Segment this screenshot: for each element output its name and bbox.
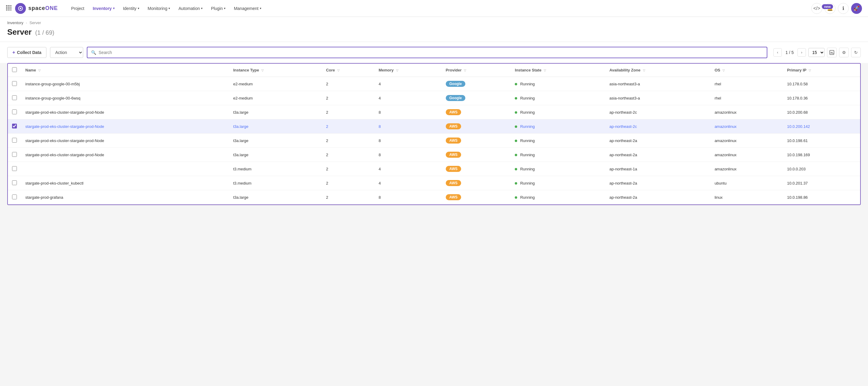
- user-avatar[interactable]: 🚀: [851, 3, 862, 14]
- table-row[interactable]: stargate-prod-grafana t3a.large 2 8 AWS …: [8, 190, 860, 204]
- search-icon: 🔍: [91, 50, 96, 55]
- action-select[interactable]: Action: [50, 47, 83, 58]
- cell-instance-type: t3a.large: [229, 133, 322, 148]
- sort-provider-icon: ▽: [464, 69, 466, 72]
- cell-primary-ip: 10.0.200.68: [783, 105, 860, 119]
- state-indicator: [515, 125, 517, 128]
- row-checkbox[interactable]: [12, 180, 17, 185]
- cell-memory: 8: [374, 148, 441, 162]
- cell-instance-state: Running: [510, 105, 605, 119]
- prev-page-button[interactable]: ‹: [773, 48, 782, 57]
- row-checkbox-cell: [8, 162, 21, 176]
- nav-item-project[interactable]: Project: [67, 4, 88, 13]
- nav-links: ProjectInventory ▾Identity ▾Monitoring ▾…: [67, 4, 811, 13]
- provider-badge: AWS: [446, 109, 461, 115]
- svg-rect-7: [8, 9, 10, 10]
- cell-primary-ip: 10.0.201.37: [783, 176, 860, 190]
- sort-memory-icon: ▽: [396, 69, 398, 72]
- table-row[interactable]: t3.medium 2 4 AWS Running ap-northeast-1…: [8, 162, 860, 176]
- table-row[interactable]: instance-group-google-00-6wsq e2-medium …: [8, 91, 860, 105]
- table-row[interactable]: stargate-prod-eks-cluster_kubectl t3.med…: [8, 176, 860, 190]
- cell-instance-state: Running: [510, 148, 605, 162]
- next-page-button[interactable]: ›: [798, 48, 806, 57]
- cell-core: 2: [322, 119, 374, 133]
- cell-instance-type: t3a.large: [229, 190, 322, 204]
- cell-instance-type: e2-medium: [229, 91, 322, 105]
- export-excel-button[interactable]: XL: [827, 48, 837, 57]
- row-checkbox-cell: [8, 105, 21, 119]
- chevron-management-icon: ▾: [260, 7, 261, 10]
- row-checkbox[interactable]: [12, 152, 17, 157]
- cell-instance-type: t3.medium: [229, 176, 322, 190]
- chevron-plugin-icon: ▾: [224, 7, 225, 10]
- cell-core: 2: [322, 133, 374, 148]
- nav-item-inventory[interactable]: Inventory ▾: [89, 4, 118, 13]
- row-checkbox[interactable]: [12, 124, 17, 128]
- code-icon-btn[interactable]: </>: [811, 3, 822, 14]
- select-all-checkbox[interactable]: [12, 67, 17, 72]
- svg-rect-0: [6, 5, 7, 7]
- cell-instance-state: Running: [510, 119, 605, 133]
- cell-provider: Google: [441, 91, 511, 105]
- refresh-button[interactable]: ↻: [851, 48, 861, 57]
- chevron-identity-icon: ▾: [138, 7, 139, 10]
- table-row[interactable]: stargate-prod-eks-cluster-stargate-prod-…: [8, 133, 860, 148]
- row-checkbox[interactable]: [12, 138, 17, 143]
- row-checkbox[interactable]: [12, 95, 17, 100]
- table-row[interactable]: stargate-prod-eks-cluster-stargate-prod-…: [8, 148, 860, 162]
- chevron-automation-icon: ▾: [201, 7, 203, 10]
- row-checkbox[interactable]: [12, 81, 17, 86]
- cell-name: stargate-prod-eks-cluster-stargate-prod-…: [21, 148, 229, 162]
- state-label: Running: [520, 167, 535, 171]
- new-badge: new: [822, 4, 833, 9]
- cell-primary-ip: 10.0.198.169: [783, 148, 860, 162]
- cell-instance-state: Running: [510, 133, 605, 148]
- cell-primary-ip: 10.0.0.203: [783, 162, 860, 176]
- page-size-select[interactable]: 15 30 50: [808, 48, 825, 57]
- row-checkbox[interactable]: [12, 110, 17, 114]
- cell-az: asia-northeast3-a: [605, 91, 710, 105]
- nav-item-management[interactable]: Management ▾: [230, 4, 265, 13]
- state-label: Running: [520, 124, 535, 129]
- page-count-label: (1 / 69): [35, 29, 54, 36]
- table-row[interactable]: stargate-prod-eks-cluster-stargate-prod-…: [8, 105, 860, 119]
- cell-instance-state: Running: [510, 162, 605, 176]
- cell-provider: Google: [441, 77, 511, 91]
- cell-provider: AWS: [441, 119, 511, 133]
- row-checkbox[interactable]: [12, 166, 17, 171]
- cell-az: ap-northeast-2a: [605, 148, 710, 162]
- state-indicator: [515, 196, 517, 199]
- state-label: Running: [520, 139, 535, 143]
- collect-data-button[interactable]: + Collect Data: [7, 47, 46, 58]
- cell-instance-type: t3a.large: [229, 119, 322, 133]
- row-checkbox[interactable]: [12, 195, 17, 199]
- nav-item-automation[interactable]: Automation ▾: [175, 4, 206, 13]
- cell-os: amazonlinux: [710, 148, 783, 162]
- state-indicator: [515, 140, 517, 142]
- svg-rect-3: [6, 7, 7, 9]
- table-row[interactable]: stargate-prod-eks-cluster-stargate-prod-…: [8, 119, 860, 133]
- provider-badge: AWS: [446, 166, 461, 172]
- info-icon-btn[interactable]: ℹ: [838, 3, 849, 14]
- header-checkbox-cell: [8, 64, 21, 77]
- row-checkbox-cell: [8, 91, 21, 105]
- breadcrumb-parent[interactable]: Inventory: [7, 21, 23, 25]
- cell-memory: 4: [374, 162, 441, 176]
- table-row[interactable]: instance-group-google-00-m5bj e2-medium …: [8, 77, 860, 91]
- state-indicator: [515, 111, 517, 114]
- sort-core-icon: ▽: [337, 69, 340, 72]
- cell-name: stargate-prod-eks-cluster-stargate-prod-…: [21, 105, 229, 119]
- svg-rect-8: [10, 9, 11, 10]
- cell-name: instance-group-google-00-m5bj: [21, 77, 229, 91]
- svg-rect-1: [8, 5, 10, 7]
- cell-az: ap-northeast-1a: [605, 162, 710, 176]
- nav-item-monitoring[interactable]: Monitoring ▾: [144, 4, 174, 13]
- settings-button[interactable]: ⚙: [839, 48, 849, 57]
- logo[interactable]: spaceONE: [15, 3, 58, 14]
- chevron-monitoring-icon: ▾: [168, 7, 170, 10]
- search-input[interactable]: [98, 50, 763, 55]
- cell-az: ap-northeast-2a: [605, 133, 710, 148]
- nav-item-identity[interactable]: Identity ▾: [119, 4, 143, 13]
- apps-icon[interactable]: [6, 5, 11, 11]
- nav-item-plugin[interactable]: Plugin ▾: [207, 4, 229, 13]
